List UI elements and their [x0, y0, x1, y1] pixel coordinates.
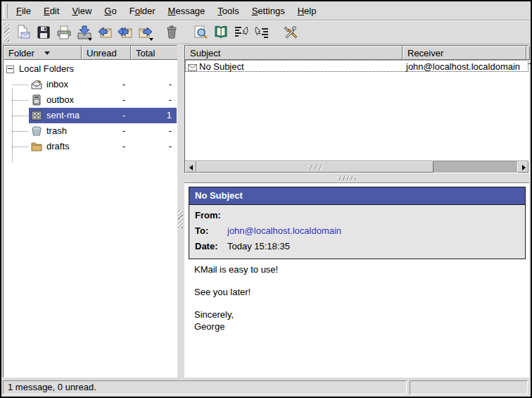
message-body: KMail is easy to use! See you later! Sin… — [194, 255, 522, 332]
menu-file[interactable]: File — [10, 4, 37, 18]
unread-count: - — [80, 94, 125, 105]
message-header-box: No Subject From: To: john@localhost.loca… — [189, 187, 526, 259]
body-line: See you later! — [194, 286, 522, 298]
date-value: Today 15:18:35 — [227, 239, 525, 254]
folder-row-local-folders[interactable]: Local Folders — [4, 61, 177, 77]
save-icon — [36, 25, 51, 40]
menu-help[interactable]: Help — [291, 4, 323, 18]
save-button[interactable] — [34, 23, 53, 42]
total-count: - — [127, 79, 172, 89]
scroll-left-button[interactable] — [185, 161, 196, 173]
message-list-pane: Subject Receiver Date No Subject john@lo… — [184, 45, 529, 173]
trash-button[interactable] — [162, 23, 181, 42]
sent-folder-icon — [30, 109, 43, 122]
folder-row-trash[interactable]: trash - - — [4, 123, 177, 139]
folder-row-drafts[interactable]: drafts - - — [4, 139, 177, 154]
message-date: Today 15:18:35 — [527, 61, 532, 72]
menu-go[interactable]: Go — [98, 4, 122, 18]
total-count: 1 — [127, 110, 172, 120]
from-value — [227, 208, 525, 223]
address-book-icon — [213, 25, 229, 40]
status-bar: 1 message, 0 unread. — [1, 378, 531, 397]
column-header-unread[interactable]: Unread — [82, 46, 131, 60]
message-row[interactable]: No Subject john@localhost.localdomain To… — [185, 60, 528, 72]
reply-button[interactable] — [95, 23, 114, 42]
print-button[interactable] — [54, 23, 73, 42]
menu-folder[interactable]: Folder — [123, 4, 162, 18]
folder-list-pane: Folder Unread Total Local Folders inbox … — [3, 45, 177, 378]
outbox-icon — [30, 94, 43, 106]
dropdown-arrow-icon — [88, 38, 92, 41]
print-icon — [56, 25, 72, 40]
column-header-folder[interactable]: Folder — [4, 46, 82, 60]
menu-message[interactable]: Message — [162, 4, 212, 18]
header-from-row: From: — [195, 208, 525, 223]
body-line: George — [194, 321, 522, 332]
previous-unread-button[interactable] — [232, 23, 251, 42]
menu-tools[interactable]: Tools — [211, 4, 245, 18]
folder-row-inbox[interactable]: inbox - - — [4, 77, 177, 92]
unread-count: - — [80, 79, 125, 89]
column-header-date[interactable]: Date — [526, 46, 530, 60]
next-unread-icon — [254, 25, 270, 40]
forward-button[interactable] — [136, 23, 155, 42]
folder-row-outbox[interactable]: outbox - - — [4, 92, 177, 108]
menu-bar: File Edit View Go Folder Message Tools S… — [3, 2, 531, 20]
folder-label: drafts — [46, 141, 70, 151]
scrollbar-grip-icon — [308, 164, 323, 170]
folder-row-sent-mail[interactable]: sent-ma - 1 — [4, 108, 177, 123]
splitter-grip-icon — [178, 210, 183, 228]
previous-unread-icon — [234, 25, 249, 40]
column-header-subject[interactable]: Subject — [185, 46, 403, 60]
message-subject: No Subject — [199, 61, 244, 72]
horizontal-splitter[interactable] — [184, 173, 529, 182]
folder-label: sent-ma — [46, 110, 80, 120]
tree-line — [12, 147, 28, 147]
menu-edit[interactable]: Edit — [37, 4, 65, 18]
new-message-icon — [15, 25, 31, 40]
from-label: From: — [195, 208, 227, 223]
column-header-total[interactable]: Total — [131, 46, 178, 60]
to-label: To: — [195, 223, 227, 239]
to-address-link[interactable]: john@localhost.localdomain — [227, 223, 525, 239]
drafts-folder-icon — [30, 140, 43, 153]
scrollbar-thumb[interactable] — [196, 161, 433, 173]
menu-settings[interactable]: Settings — [246, 4, 291, 18]
body-line: KMail is easy to use! — [194, 263, 522, 275]
search-icon — [193, 25, 208, 40]
date-label: Date: — [195, 239, 227, 254]
unread-count: - — [80, 141, 125, 151]
next-unread-button[interactable] — [252, 23, 271, 42]
tree-line — [12, 131, 28, 132]
menubar-handle[interactable] — [4, 4, 8, 18]
check-mail-button[interactable] — [75, 23, 94, 42]
address-book-button[interactable] — [211, 23, 230, 42]
toolbar-handle[interactable] — [4, 23, 9, 42]
arrow-right-icon — [522, 165, 526, 170]
configure-button[interactable] — [281, 23, 300, 42]
arrow-left-icon — [189, 165, 193, 170]
message-preview-pane: No Subject From: To: john@localhost.loca… — [184, 182, 529, 378]
scroll-right-button[interactable] — [517, 161, 528, 173]
new-message-button[interactable] — [13, 23, 32, 42]
body-line: Sincerely, — [194, 309, 522, 321]
reply-all-icon — [118, 25, 133, 40]
configure-icon — [283, 25, 298, 40]
status-message: 1 message, 0 unread. — [3, 380, 407, 394]
collapse-expander-icon[interactable] — [6, 66, 14, 73]
main-toolbar — [3, 21, 531, 44]
search-button[interactable] — [191, 23, 210, 42]
dropdown-arrow-icon — [149, 38, 153, 41]
menu-view[interactable]: View — [65, 4, 98, 18]
horizontal-scrollbar[interactable] — [185, 161, 528, 173]
message-title: No Subject — [189, 187, 525, 205]
column-header-receiver[interactable]: Receiver — [403, 46, 526, 60]
vertical-splitter[interactable] — [177, 45, 184, 378]
header-date-row: Date: Today 15:18:35 — [195, 239, 525, 254]
tree-line — [12, 85, 28, 85]
folder-label: outbox — [46, 94, 74, 105]
message-receiver: john@localhost.localdomain — [403, 61, 520, 72]
tree-line — [12, 116, 28, 116]
reply-all-button[interactable] — [115, 23, 134, 42]
total-count: - — [127, 94, 172, 105]
